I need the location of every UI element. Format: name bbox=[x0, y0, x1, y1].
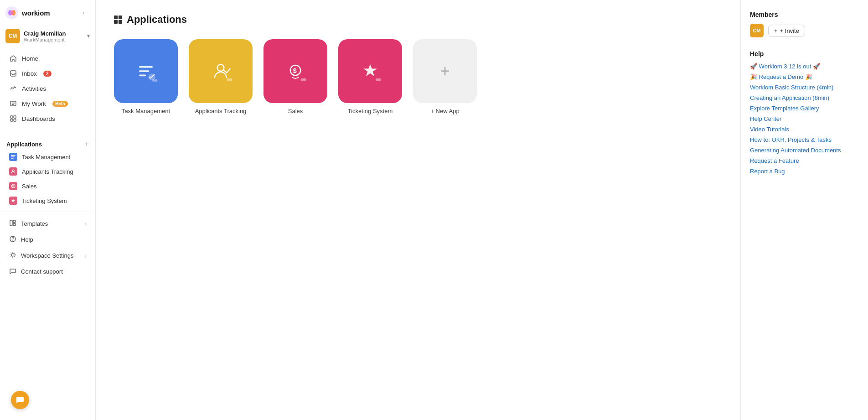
task-management-dot bbox=[9, 153, 17, 161]
applications-section-title: Applications bbox=[6, 141, 42, 148]
new-app-card[interactable]: + + New App bbox=[413, 39, 477, 114]
svg-point-25 bbox=[217, 64, 224, 71]
ticketing-system-dot bbox=[9, 197, 17, 205]
help-link-report-bug[interactable]: Report a Bug bbox=[750, 168, 859, 175]
sidebar-item-home[interactable]: Home bbox=[3, 51, 93, 66]
svg-point-30 bbox=[301, 78, 304, 81]
help-link-templates-gallery[interactable]: Explore Templates Gallery bbox=[750, 105, 859, 112]
members-row: CM + + Invite bbox=[750, 24, 859, 37]
svg-rect-5 bbox=[10, 101, 16, 106]
sales-icon-box: $ bbox=[264, 39, 327, 103]
sidebar-header: workiom ← bbox=[0, 0, 95, 24]
member-avatar-cm: CM bbox=[750, 24, 764, 37]
mywork-icon bbox=[9, 99, 17, 108]
invite-label: + Invite bbox=[780, 27, 799, 34]
svg-rect-20 bbox=[139, 70, 149, 72]
page-header: Applications bbox=[114, 14, 722, 26]
sidebar-item-applicants-tracking[interactable]: Applicants Tracking bbox=[3, 165, 93, 178]
applications-page-icon bbox=[114, 16, 122, 24]
invite-button[interactable]: + + Invite bbox=[768, 25, 805, 37]
app-card-ticketing-system[interactable]: Ticketing System bbox=[338, 39, 402, 114]
sidebar-item-workspace-settings-label: Workspace Settings bbox=[21, 252, 73, 259]
sidebar-item-workspace-settings[interactable]: Workspace Settings ‹ bbox=[3, 248, 93, 263]
app-card-sales[interactable]: $ Sales bbox=[264, 39, 327, 114]
help-link-automated-docs[interactable]: Generating Automated Documents bbox=[750, 147, 859, 154]
sidebar-item-sales-label: Sales bbox=[22, 183, 37, 190]
svg-rect-19 bbox=[139, 66, 153, 68]
sidebar-item-mywork-label: My Work bbox=[22, 100, 46, 107]
collapse-sidebar-button[interactable]: ← bbox=[80, 8, 90, 17]
app-card-applicants-tracking-label: Applicants Tracking bbox=[195, 108, 247, 114]
svg-text:?: ? bbox=[12, 237, 15, 242]
applicants-tracking-icon-box bbox=[189, 39, 253, 103]
sidebar-item-templates[interactable]: Templates ‹ bbox=[3, 216, 93, 231]
avatar: CM bbox=[5, 29, 20, 43]
logo-area[interactable]: workiom bbox=[5, 6, 50, 19]
sidebar-item-sales[interactable]: $ Sales bbox=[3, 179, 93, 193]
sidebar-item-help[interactable]: ? Help bbox=[3, 232, 93, 247]
task-management-icon-box bbox=[114, 39, 178, 103]
help-link-demo[interactable]: 🎉 Request a Demo 🎉 bbox=[750, 73, 859, 80]
help-link-video-tutorials[interactable]: Video Tutorials bbox=[750, 126, 859, 133]
new-app-label: + New App bbox=[430, 108, 459, 114]
help-title: Help bbox=[750, 50, 859, 57]
sidebar-item-inbox[interactable]: Inbox 2 bbox=[3, 66, 93, 81]
sidebar-item-dashboards[interactable]: Dashboards bbox=[3, 111, 93, 126]
app-card-task-management-label: Task Management bbox=[122, 108, 170, 114]
home-icon bbox=[9, 54, 17, 62]
help-link-help-center[interactable]: Help Center bbox=[750, 115, 859, 122]
sidebar-item-applicants-tracking-label: Applicants Tracking bbox=[22, 168, 73, 175]
svg-point-23 bbox=[152, 79, 155, 82]
svg-point-33 bbox=[378, 78, 381, 81]
svg-point-10 bbox=[12, 170, 14, 171]
templates-chevron: ‹ bbox=[84, 221, 86, 227]
help-link-release[interactable]: 🚀 Workiom 3.12 is out 🚀 bbox=[750, 63, 859, 70]
divider-1 bbox=[0, 133, 95, 133]
sidebar-item-home-label: Home bbox=[22, 55, 38, 62]
svg-point-26 bbox=[227, 78, 230, 81]
help-link-request-feature[interactable]: Request a Feature bbox=[750, 157, 859, 164]
help-link-basic-structure[interactable]: Workiom Basic Structure (4min) bbox=[750, 84, 859, 91]
svg-point-31 bbox=[303, 78, 306, 81]
svg-text:$: $ bbox=[293, 67, 297, 74]
sidebar-item-task-management-label: Task Management bbox=[22, 154, 70, 161]
user-section[interactable]: CM Craig Mcmillan WorkManagement ▾ bbox=[0, 24, 95, 48]
add-application-button[interactable]: + bbox=[85, 140, 89, 148]
new-app-icon-box: + bbox=[413, 39, 477, 103]
sidebar-item-dashboards-label: Dashboards bbox=[22, 115, 55, 122]
logo-icon bbox=[5, 6, 18, 19]
contact-support-icon bbox=[9, 267, 16, 276]
sidebar-item-inbox-label: Inbox bbox=[22, 70, 37, 77]
svg-text:$: $ bbox=[12, 185, 14, 188]
svg-rect-14 bbox=[13, 220, 16, 223]
app-name: workiom bbox=[22, 9, 50, 17]
divider-2 bbox=[0, 212, 95, 212]
sidebar-item-activities[interactable]: Activities bbox=[3, 81, 93, 96]
help-link-creating-app[interactable]: Creating an Application (8min) bbox=[750, 94, 859, 101]
svg-rect-8 bbox=[10, 119, 13, 121]
applicants-tracking-svg bbox=[208, 58, 233, 84]
sales-svg: $ bbox=[283, 58, 308, 84]
nav-section: Home Inbox 2 Activities My Work Beta bbox=[0, 48, 95, 129]
sidebar-item-activities-label: Activities bbox=[22, 85, 46, 92]
help-section: Help 🚀 Workiom 3.12 is out 🚀🎉 Request a … bbox=[750, 50, 859, 175]
app-card-ticketing-system-label: Ticketing System bbox=[348, 108, 393, 114]
app-card-applicants-tracking[interactable]: Applicants Tracking bbox=[189, 39, 253, 114]
sidebar-item-ticketing-system[interactable]: Ticketing System bbox=[3, 194, 93, 207]
members-section: Members CM + + Invite bbox=[750, 11, 859, 37]
ticketing-system-icon-box bbox=[338, 39, 402, 103]
apps-grid: Task Management Applicants Tracking $ bbox=[114, 39, 722, 114]
workspace-settings-icon bbox=[9, 251, 16, 260]
sidebar-item-task-management[interactable]: Task Management bbox=[3, 150, 93, 164]
help-link-okr-projects[interactable]: How to: OKR, Projects & Tasks bbox=[750, 136, 859, 143]
svg-rect-9 bbox=[14, 119, 16, 121]
app-card-sales-label: Sales bbox=[288, 108, 303, 114]
help-icon: ? bbox=[9, 235, 16, 244]
chat-bubble-button[interactable] bbox=[11, 391, 29, 409]
sidebar-item-mywork[interactable]: My Work Beta bbox=[3, 96, 93, 111]
page-title: Applications bbox=[127, 14, 187, 26]
app-card-task-management[interactable]: Task Management bbox=[114, 39, 178, 114]
svg-rect-4 bbox=[10, 71, 16, 76]
activities-icon bbox=[9, 84, 17, 93]
sidebar-item-contact-support[interactable]: Contact support bbox=[3, 264, 93, 279]
